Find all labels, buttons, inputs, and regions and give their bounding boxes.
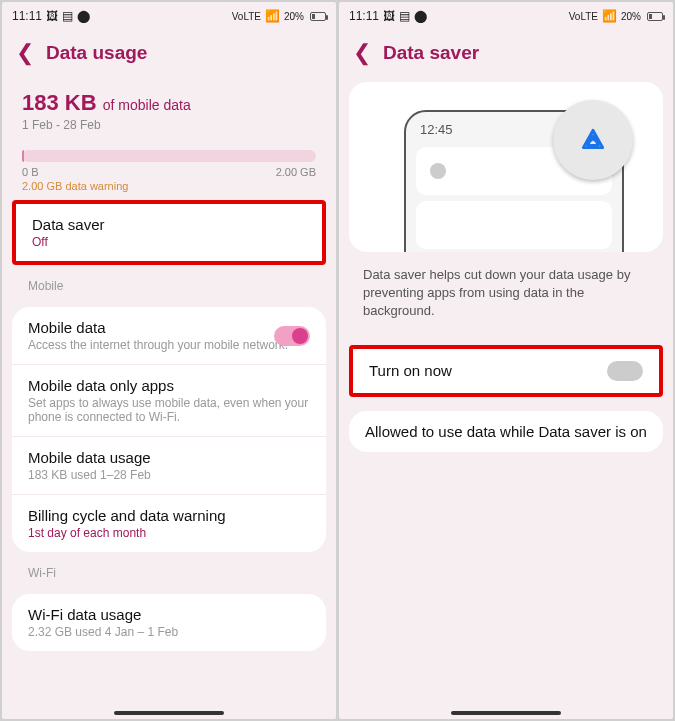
page-title: Data saver: [383, 42, 479, 64]
illus-time: 12:45: [420, 122, 453, 137]
phone-screen-data-usage: 11:11 🖼 ▤ ⬤ VoLTE 📶 20% ❮ Data usage 183…: [2, 2, 336, 719]
header: ❮ Data usage: [2, 30, 336, 82]
status-signal-icon: 📶: [265, 9, 280, 23]
mobile-data-toggle[interactable]: [274, 326, 310, 346]
data-saver-illustration: 12:45 ▮: [349, 82, 663, 252]
turn-on-now-row[interactable]: Turn on now: [349, 345, 663, 397]
data-saver-triangle-icon: [580, 127, 606, 153]
data-warning: 2.00 GB data warning: [22, 180, 316, 192]
mobile-data-row[interactable]: Mobile data Access the internet through …: [12, 307, 326, 365]
status-image-icon: 🖼: [383, 9, 395, 23]
mobile-only-apps-row[interactable]: Mobile data only apps Set apps to always…: [12, 365, 326, 437]
wifi-data-usage-sub: 2.32 GB used 4 Jan – 1 Feb: [28, 625, 310, 639]
status-battery-pct: 20%: [621, 11, 641, 22]
status-time: 11:11: [12, 9, 42, 23]
battery-icon: [310, 12, 326, 21]
mobile-only-apps-title: Mobile data only apps: [28, 377, 310, 394]
status-time: 11:11: [349, 9, 379, 23]
mobile-data-usage-title: Mobile data usage: [28, 449, 310, 466]
back-icon[interactable]: ❮: [353, 40, 371, 66]
bar-max: 2.00 GB: [276, 166, 316, 178]
billing-cycle-row[interactable]: Billing cycle and data warning 1st day o…: [12, 495, 326, 552]
header: ❮ Data saver: [339, 30, 673, 82]
status-signal-icon: 📶: [602, 9, 617, 23]
mobile-data-usage-row[interactable]: Mobile data usage 183 KB used 1–28 Feb: [12, 437, 326, 495]
wifi-data-usage-title: Wi-Fi data usage: [28, 606, 310, 623]
usage-amount: 183 KB: [22, 90, 97, 115]
billing-cycle-sub: 1st day of each month: [28, 526, 310, 540]
billing-cycle-title: Billing cycle and data warning: [28, 507, 310, 524]
status-bar: 11:11 🖼 ▤ ⬤ VoLTE 📶 20%: [2, 2, 336, 30]
allowed-apps-label: Allowed to use data while Data saver is …: [365, 423, 647, 440]
status-battery-pct: 20%: [284, 11, 304, 22]
status-image-icon: 🖼: [46, 9, 58, 23]
wifi-data-usage-row[interactable]: Wi-Fi data usage 2.32 GB used 4 Jan – 1 …: [12, 594, 326, 651]
usage-summary: 183 KB of mobile data 1 Feb - 28 Feb 0 B…: [12, 82, 326, 192]
usage-suffix: of mobile data: [103, 97, 191, 113]
mobile-data-title: Mobile data: [28, 319, 310, 336]
status-calendar-icon: ▤: [399, 9, 410, 23]
turn-on-toggle[interactable]: [607, 361, 643, 381]
phone-screen-data-saver: 11:11 🖼 ▤ ⬤ VoLTE 📶 20% ❮ Data saver 12:…: [339, 2, 673, 719]
battery-icon: [647, 12, 663, 21]
mobile-data-usage-sub: 183 KB used 1–28 Feb: [28, 468, 310, 482]
data-saver-title: Data saver: [32, 216, 306, 233]
usage-bar: [22, 150, 316, 162]
bar-min: 0 B: [22, 166, 39, 178]
status-volte-icon: VoLTE: [569, 11, 598, 22]
status-mic-icon: ⬤: [77, 9, 90, 23]
status-calendar-icon: ▤: [62, 9, 73, 23]
status-mic-icon: ⬤: [414, 9, 427, 23]
page-title: Data usage: [46, 42, 147, 64]
mobile-data-sub: Access the internet through your mobile …: [28, 338, 310, 352]
back-icon[interactable]: ❮: [16, 40, 34, 66]
turn-on-now-label: Turn on now: [369, 362, 452, 379]
data-saver-status: Off: [32, 235, 306, 249]
section-wifi: Wi-Fi: [12, 552, 326, 584]
mobile-only-apps-sub: Set apps to always use mobile data, even…: [28, 396, 310, 424]
usage-date-range: 1 Feb - 28 Feb: [22, 118, 316, 132]
data-saver-description: Data saver helps cut down your data usag…: [349, 266, 663, 335]
nav-handle[interactable]: [451, 711, 561, 715]
status-volte-icon: VoLTE: [232, 11, 261, 22]
status-bar: 11:11 🖼 ▤ ⬤ VoLTE 📶 20%: [339, 2, 673, 30]
allowed-apps-row[interactable]: Allowed to use data while Data saver is …: [349, 411, 663, 452]
data-saver-row[interactable]: Data saver Off: [12, 200, 326, 265]
nav-handle[interactable]: [114, 711, 224, 715]
section-mobile: Mobile: [12, 265, 326, 297]
